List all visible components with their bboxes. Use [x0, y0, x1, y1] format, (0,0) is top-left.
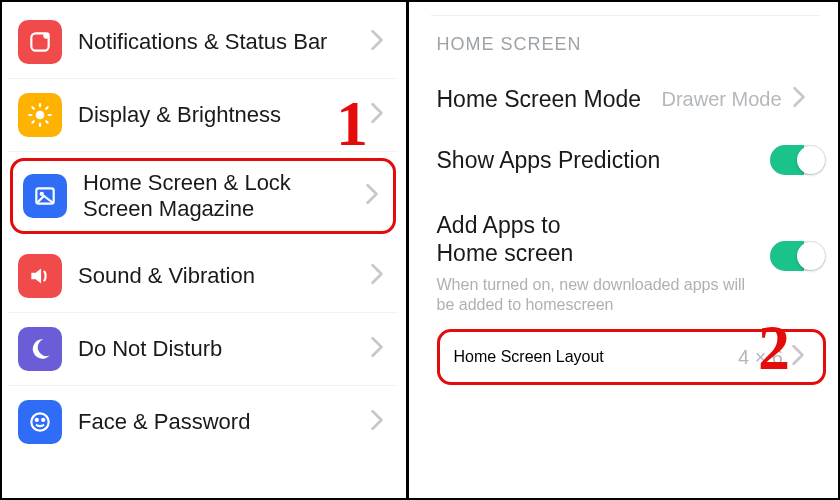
- home-screen-mode-row[interactable]: Home Screen Mode Drawer Mode: [437, 69, 827, 129]
- section-caption: HOME SCREEN: [437, 34, 827, 55]
- settings-list-panel: Notifications & Status Bar Display & Bri…: [0, 0, 406, 500]
- svg-point-2: [36, 111, 45, 120]
- chevron-right-icon: [365, 183, 383, 209]
- moon-icon: [18, 327, 62, 371]
- row-value: Drawer Mode: [662, 88, 782, 111]
- home-screen-layout-row[interactable]: Home Screen Layout 4 × 6: [437, 329, 827, 385]
- face-icon: [18, 400, 62, 444]
- row-label: Home Screen Layout: [454, 348, 604, 366]
- settings-row-sound[interactable]: Sound & Vibration: [8, 240, 398, 313]
- settings-row-notifications[interactable]: Notifications & Status Bar: [8, 6, 398, 79]
- row-subtext: When turned on, new downloaded apps will…: [437, 275, 757, 321]
- notification-icon: [18, 20, 62, 64]
- settings-row-dnd[interactable]: Do Not Disturb: [8, 313, 398, 386]
- settings-row-label: Face & Password: [78, 409, 370, 435]
- settings-row-label: Home Screen & Lock Screen Magazine: [83, 170, 365, 223]
- svg-point-1: [43, 32, 50, 39]
- svg-marker-13: [31, 268, 41, 283]
- picture-icon: [23, 174, 67, 218]
- divider: [431, 6, 821, 16]
- settings-row-home-lock[interactable]: Home Screen & Lock Screen Magazine: [10, 158, 396, 234]
- chevron-right-icon: [370, 336, 388, 362]
- svg-line-9: [32, 121, 34, 123]
- brightness-icon: [18, 93, 62, 137]
- chevron-right-icon: [370, 29, 388, 55]
- settings-row-label: Display & Brightness: [78, 102, 370, 128]
- svg-point-14: [31, 413, 48, 430]
- show-apps-prediction-row[interactable]: Show Apps Prediction: [437, 129, 827, 191]
- add-apps-home-row[interactable]: Add Apps to Home screen When turned on, …: [437, 191, 827, 321]
- chevron-right-icon: [370, 409, 388, 435]
- toggle-switch[interactable]: [770, 241, 826, 271]
- settings-row-label: Notifications & Status Bar: [78, 29, 370, 55]
- chevron-right-icon: [792, 86, 810, 112]
- row-value: 4 × 6: [738, 346, 783, 369]
- settings-row-display[interactable]: Display & Brightness: [8, 79, 398, 152]
- chevron-right-icon: [370, 263, 388, 289]
- row-label: Add Apps to Home screen: [437, 211, 594, 267]
- chevron-right-icon: [370, 102, 388, 128]
- sound-icon: [18, 254, 62, 298]
- chevron-right-icon: [791, 344, 809, 370]
- home-screen-settings-panel: HOME SCREEN Home Screen Mode Drawer Mode…: [409, 0, 841, 500]
- svg-point-15: [36, 419, 38, 421]
- row-label: Show Apps Prediction: [437, 146, 761, 174]
- row-label: Home Screen Mode: [437, 85, 652, 113]
- svg-point-16: [42, 419, 44, 421]
- settings-row-face-password[interactable]: Face & Password: [8, 386, 398, 458]
- svg-line-7: [32, 107, 34, 109]
- toggle-switch[interactable]: [770, 145, 826, 175]
- settings-row-label: Do Not Disturb: [78, 336, 370, 362]
- svg-line-8: [46, 121, 48, 123]
- settings-row-label: Sound & Vibration: [78, 263, 370, 289]
- svg-line-10: [46, 107, 48, 109]
